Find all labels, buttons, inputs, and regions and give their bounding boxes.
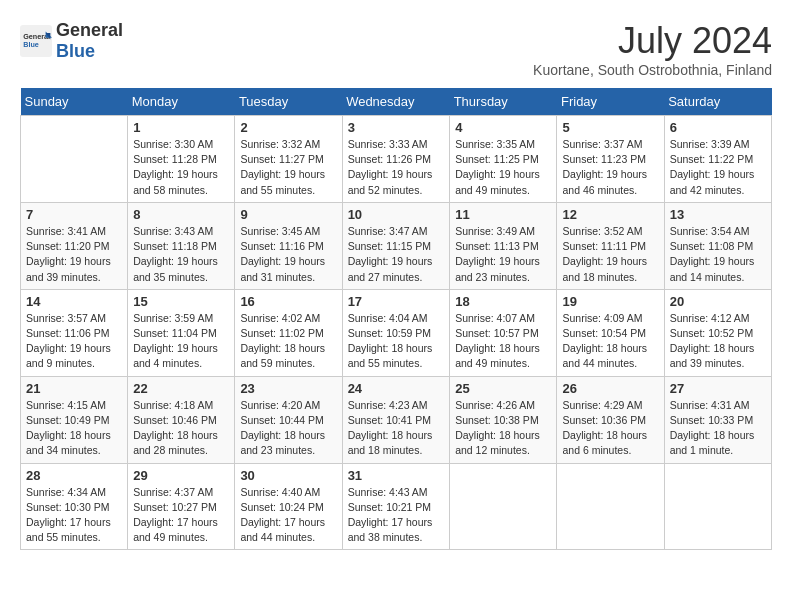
day-number: 26 bbox=[562, 381, 658, 396]
day-number: 14 bbox=[26, 294, 122, 309]
day-number: 7 bbox=[26, 207, 122, 222]
day-number: 12 bbox=[562, 207, 658, 222]
day-number: 23 bbox=[240, 381, 336, 396]
day-detail: Sunrise: 3:59 AMSunset: 11:04 PMDaylight… bbox=[133, 311, 229, 372]
calendar-week-3: 14Sunrise: 3:57 AMSunset: 11:06 PMDaylig… bbox=[21, 289, 772, 376]
calendar-cell: 29Sunrise: 4:37 AMSunset: 10:27 PMDaylig… bbox=[128, 463, 235, 550]
day-number: 8 bbox=[133, 207, 229, 222]
weekday-header-tuesday: Tuesday bbox=[235, 88, 342, 116]
day-number: 15 bbox=[133, 294, 229, 309]
day-number: 29 bbox=[133, 468, 229, 483]
calendar-cell bbox=[557, 463, 664, 550]
logo-general-text: General bbox=[56, 20, 123, 40]
calendar-cell: 28Sunrise: 4:34 AMSunset: 10:30 PMDaylig… bbox=[21, 463, 128, 550]
day-number: 11 bbox=[455, 207, 551, 222]
day-number: 31 bbox=[348, 468, 445, 483]
logo-blue-text: Blue bbox=[56, 41, 95, 61]
day-detail: Sunrise: 4:18 AMSunset: 10:46 PMDaylight… bbox=[133, 398, 229, 459]
day-number: 1 bbox=[133, 120, 229, 135]
calendar-cell: 24Sunrise: 4:23 AMSunset: 10:41 PMDaylig… bbox=[342, 376, 450, 463]
calendar-table: SundayMondayTuesdayWednesdayThursdayFrid… bbox=[20, 88, 772, 550]
day-detail: Sunrise: 3:35 AMSunset: 11:25 PMDaylight… bbox=[455, 137, 551, 198]
calendar-cell bbox=[664, 463, 771, 550]
calendar-cell bbox=[450, 463, 557, 550]
calendar-week-2: 7Sunrise: 3:41 AMSunset: 11:20 PMDayligh… bbox=[21, 202, 772, 289]
day-detail: Sunrise: 3:30 AMSunset: 11:28 PMDaylight… bbox=[133, 137, 229, 198]
day-number: 5 bbox=[562, 120, 658, 135]
day-detail: Sunrise: 4:04 AMSunset: 10:59 PMDaylight… bbox=[348, 311, 445, 372]
logo-icon: General Blue bbox=[20, 25, 52, 57]
day-detail: Sunrise: 3:57 AMSunset: 11:06 PMDaylight… bbox=[26, 311, 122, 372]
day-detail: Sunrise: 3:41 AMSunset: 11:20 PMDaylight… bbox=[26, 224, 122, 285]
svg-text:Blue: Blue bbox=[23, 40, 39, 49]
calendar-cell: 30Sunrise: 4:40 AMSunset: 10:24 PMDaylig… bbox=[235, 463, 342, 550]
day-number: 9 bbox=[240, 207, 336, 222]
page-header: General Blue General Blue July 2024 Kuor… bbox=[20, 20, 772, 78]
calendar-cell: 22Sunrise: 4:18 AMSunset: 10:46 PMDaylig… bbox=[128, 376, 235, 463]
day-detail: Sunrise: 4:34 AMSunset: 10:30 PMDaylight… bbox=[26, 485, 122, 546]
location-title: Kuortane, South Ostrobothnia, Finland bbox=[533, 62, 772, 78]
day-number: 28 bbox=[26, 468, 122, 483]
day-number: 21 bbox=[26, 381, 122, 396]
calendar-cell: 11Sunrise: 3:49 AMSunset: 11:13 PMDaylig… bbox=[450, 202, 557, 289]
calendar-cell: 7Sunrise: 3:41 AMSunset: 11:20 PMDayligh… bbox=[21, 202, 128, 289]
calendar-cell: 6Sunrise: 3:39 AMSunset: 11:22 PMDayligh… bbox=[664, 116, 771, 203]
weekday-header-sunday: Sunday bbox=[21, 88, 128, 116]
day-detail: Sunrise: 3:33 AMSunset: 11:26 PMDaylight… bbox=[348, 137, 445, 198]
day-number: 13 bbox=[670, 207, 766, 222]
day-number: 24 bbox=[348, 381, 445, 396]
day-number: 16 bbox=[240, 294, 336, 309]
day-detail: Sunrise: 4:12 AMSunset: 10:52 PMDaylight… bbox=[670, 311, 766, 372]
calendar-cell: 10Sunrise: 3:47 AMSunset: 11:15 PMDaylig… bbox=[342, 202, 450, 289]
day-detail: Sunrise: 3:54 AMSunset: 11:08 PMDaylight… bbox=[670, 224, 766, 285]
day-number: 19 bbox=[562, 294, 658, 309]
day-detail: Sunrise: 4:43 AMSunset: 10:21 PMDaylight… bbox=[348, 485, 445, 546]
calendar-week-5: 28Sunrise: 4:34 AMSunset: 10:30 PMDaylig… bbox=[21, 463, 772, 550]
calendar-cell: 31Sunrise: 4:43 AMSunset: 10:21 PMDaylig… bbox=[342, 463, 450, 550]
calendar-cell bbox=[21, 116, 128, 203]
day-number: 30 bbox=[240, 468, 336, 483]
day-detail: Sunrise: 4:23 AMSunset: 10:41 PMDaylight… bbox=[348, 398, 445, 459]
calendar-cell: 1Sunrise: 3:30 AMSunset: 11:28 PMDayligh… bbox=[128, 116, 235, 203]
day-number: 25 bbox=[455, 381, 551, 396]
day-detail: Sunrise: 3:39 AMSunset: 11:22 PMDaylight… bbox=[670, 137, 766, 198]
calendar-cell: 14Sunrise: 3:57 AMSunset: 11:06 PMDaylig… bbox=[21, 289, 128, 376]
day-detail: Sunrise: 4:15 AMSunset: 10:49 PMDaylight… bbox=[26, 398, 122, 459]
weekday-header-thursday: Thursday bbox=[450, 88, 557, 116]
day-number: 4 bbox=[455, 120, 551, 135]
day-detail: Sunrise: 4:37 AMSunset: 10:27 PMDaylight… bbox=[133, 485, 229, 546]
calendar-cell: 12Sunrise: 3:52 AMSunset: 11:11 PMDaylig… bbox=[557, 202, 664, 289]
day-number: 17 bbox=[348, 294, 445, 309]
calendar-cell: 19Sunrise: 4:09 AMSunset: 10:54 PMDaylig… bbox=[557, 289, 664, 376]
weekday-header-wednesday: Wednesday bbox=[342, 88, 450, 116]
day-detail: Sunrise: 3:52 AMSunset: 11:11 PMDaylight… bbox=[562, 224, 658, 285]
calendar-cell: 20Sunrise: 4:12 AMSunset: 10:52 PMDaylig… bbox=[664, 289, 771, 376]
calendar-cell: 17Sunrise: 4:04 AMSunset: 10:59 PMDaylig… bbox=[342, 289, 450, 376]
day-number: 6 bbox=[670, 120, 766, 135]
day-detail: Sunrise: 4:02 AMSunset: 11:02 PMDaylight… bbox=[240, 311, 336, 372]
calendar-cell: 4Sunrise: 3:35 AMSunset: 11:25 PMDayligh… bbox=[450, 116, 557, 203]
day-detail: Sunrise: 3:45 AMSunset: 11:16 PMDaylight… bbox=[240, 224, 336, 285]
day-number: 22 bbox=[133, 381, 229, 396]
calendar-cell: 25Sunrise: 4:26 AMSunset: 10:38 PMDaylig… bbox=[450, 376, 557, 463]
day-detail: Sunrise: 3:37 AMSunset: 11:23 PMDaylight… bbox=[562, 137, 658, 198]
calendar-cell: 27Sunrise: 4:31 AMSunset: 10:33 PMDaylig… bbox=[664, 376, 771, 463]
calendar-cell: 3Sunrise: 3:33 AMSunset: 11:26 PMDayligh… bbox=[342, 116, 450, 203]
calendar-cell: 8Sunrise: 3:43 AMSunset: 11:18 PMDayligh… bbox=[128, 202, 235, 289]
calendar-cell: 16Sunrise: 4:02 AMSunset: 11:02 PMDaylig… bbox=[235, 289, 342, 376]
weekday-header-monday: Monday bbox=[128, 88, 235, 116]
day-detail: Sunrise: 4:40 AMSunset: 10:24 PMDaylight… bbox=[240, 485, 336, 546]
day-detail: Sunrise: 3:47 AMSunset: 11:15 PMDaylight… bbox=[348, 224, 445, 285]
calendar-cell: 18Sunrise: 4:07 AMSunset: 10:57 PMDaylig… bbox=[450, 289, 557, 376]
calendar-cell: 9Sunrise: 3:45 AMSunset: 11:16 PMDayligh… bbox=[235, 202, 342, 289]
day-number: 20 bbox=[670, 294, 766, 309]
calendar-week-1: 1Sunrise: 3:30 AMSunset: 11:28 PMDayligh… bbox=[21, 116, 772, 203]
day-detail: Sunrise: 3:49 AMSunset: 11:13 PMDaylight… bbox=[455, 224, 551, 285]
calendar-cell: 23Sunrise: 4:20 AMSunset: 10:44 PMDaylig… bbox=[235, 376, 342, 463]
calendar-cell: 15Sunrise: 3:59 AMSunset: 11:04 PMDaylig… bbox=[128, 289, 235, 376]
title-section: July 2024 Kuortane, South Ostrobothnia, … bbox=[533, 20, 772, 78]
day-detail: Sunrise: 4:09 AMSunset: 10:54 PMDaylight… bbox=[562, 311, 658, 372]
calendar-cell: 26Sunrise: 4:29 AMSunset: 10:36 PMDaylig… bbox=[557, 376, 664, 463]
day-number: 27 bbox=[670, 381, 766, 396]
day-number: 2 bbox=[240, 120, 336, 135]
